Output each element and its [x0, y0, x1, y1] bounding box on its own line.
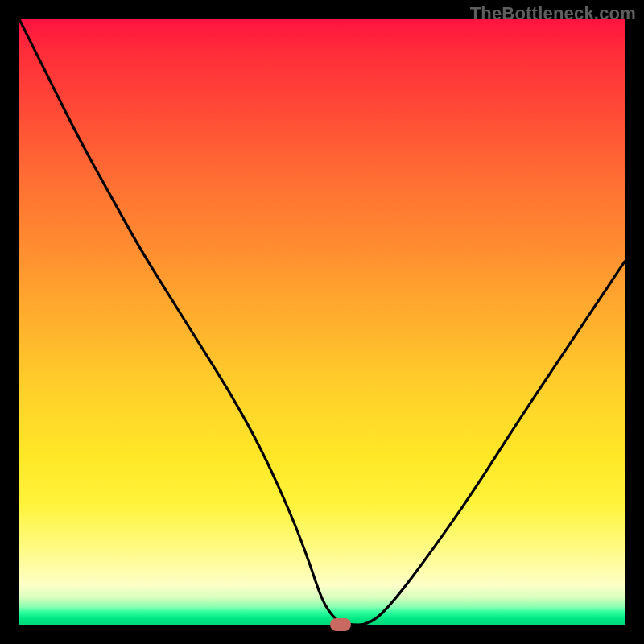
watermark-text: TheBottleneck.com: [470, 3, 636, 24]
curve-path: [19, 19, 625, 625]
optimal-point-marker: [330, 618, 351, 631]
chart-frame: TheBottleneck.com: [0, 0, 644, 644]
bottleneck-curve: [19, 19, 625, 625]
plot-area: [19, 19, 625, 625]
